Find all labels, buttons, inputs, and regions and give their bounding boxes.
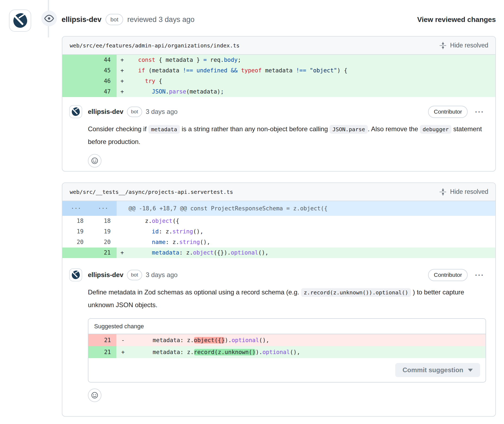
new-line-number: 19 [90,226,117,237]
code-token: body [224,57,238,63]
diff-line: 44+ const { metadata } = req.body; [62,55,495,65]
diff-marker [117,226,131,237]
file-path-link[interactable]: web/src/ee/features/admin-api/organizati… [70,42,240,49]
diff-line: 21+ metadata: z.object({}).optional(), [62,248,495,258]
kebab-menu-icon[interactable]: ••• [475,273,484,277]
review-thread-card: web/src/ee/features/admin-api/organizati… [62,36,496,172]
code-token: try [145,78,155,84]
commit-suggestion-button[interactable]: Commit suggestion [395,363,480,377]
comment-header: ellipsis-dev bot 3 days ago Contributor … [88,105,484,118]
code-token: ({ [173,218,179,224]
code-token: (), [200,239,210,245]
new-line-number: 20 [90,237,117,248]
code-token: "object" [310,67,337,74]
avatar[interactable] [69,105,82,118]
text-run: Define metadata in Zod schemas as option… [88,288,301,296]
comment-main: ellipsis-dev bot 3 days ago Contributor … [88,105,484,168]
code-token: ). [256,349,262,355]
code-token: id [152,228,159,235]
avatar[interactable] [9,9,31,32]
code-text: metadata: z.object({}).optional(), [132,334,269,346]
code-token: string [179,239,200,245]
code-token: metadata [152,249,179,256]
comment-author[interactable]: ellipsis-dev [88,271,123,279]
hide-resolved-button[interactable]: Hide resolved [439,188,488,196]
eye-icon [44,14,54,23]
line-number: 21 [88,334,116,346]
code-token [131,78,145,84]
code-token: const [138,57,155,63]
code-cell: name: z.string(), [117,237,495,248]
avatar[interactable] [69,268,82,281]
old-line-number: ··· [62,201,90,216]
code-token [227,67,231,74]
code-token: name [152,239,166,245]
hide-resolved-button[interactable]: Hide resolved [439,41,488,50]
suggestion-diff: 21- metadata: z.object({}).optional(),21… [88,334,486,358]
code-token [238,67,241,74]
diff-line: 45+ if (metadata !== undefined && typeof… [62,65,495,76]
bot-badge: bot [127,270,142,280]
comment-timestamp[interactable]: 3 days ago [146,108,177,115]
code-token: { [155,78,162,84]
code-text: id: z.string(), [131,226,203,237]
code-token: z. [131,218,152,224]
caret-down-icon [468,369,473,372]
comment-timestamp[interactable]: 3 days ago [146,271,177,279]
code-token [131,57,138,63]
inline-code: metadata [148,125,180,134]
suggested-change-block: Suggested change 21- metadata: z.object(… [88,318,486,383]
new-line-number: ··· [90,201,117,216]
code-token: object [152,218,173,224]
code-token: ; [238,57,241,63]
add-reaction-button[interactable] [88,388,101,402]
code-token [131,228,152,235]
comment-header: ellipsis-dev bot 3 days ago Contributor … [88,268,484,281]
diff-line: 1919 id: z.string(), [62,226,495,237]
code-token: object({} [194,337,225,343]
code-cell: - metadata: z.object({}).optional(), [116,334,486,346]
hunk-header-text: @@ -18,6 +18,7 @@ const ProjectResponseS… [117,201,327,216]
review-author[interactable]: ellipsis-dev [62,15,101,24]
comment-author[interactable]: ellipsis-dev [88,108,123,115]
code-token: && [231,67,238,74]
code-token: typeof [241,67,262,74]
code-token [306,67,310,74]
diff-line: 2020 name: z.string(), [62,237,495,248]
ellipsis-logo-icon [71,270,81,280]
code-token: object [193,249,214,256]
text-run: is a string rather than any non-object b… [180,125,330,133]
file-header: web/src/ee/features/admin-api/organizati… [62,37,495,55]
new-line-number: 21 [90,248,117,258]
hide-resolved-label: Hide resolved [450,188,488,195]
code-cell: + try { [117,76,495,86]
add-reaction-button[interactable] [88,154,101,168]
code-token: record(z.unknown() [194,349,256,355]
diff-marker [117,237,131,248]
code-token [193,67,197,74]
old-line-number [62,86,90,97]
diff-table: 44+ const { metadata } = req.body;45+ if… [62,55,495,97]
ellipsis-logo-icon [12,12,28,29]
diff-marker [117,216,131,226]
code-token [131,239,152,245]
code-text: try { [131,76,162,86]
new-line-number: 46 [90,76,117,86]
inline-code: debugger [420,125,451,134]
hunk-line: ······@@ -18,6 +18,7 @@ const ProjectRes… [62,201,495,216]
code-token: metadata [262,67,296,74]
contributor-badge: Contributor [428,106,468,118]
smiley-icon [91,157,98,165]
review-event-header: ellipsis-dev bot reviewed 3 days ago Vie… [62,12,496,27]
kebab-menu-icon[interactable]: ••• [475,110,484,114]
code-text: name: z.string(), [131,237,210,248]
code-cell: z.object({ [117,216,495,226]
view-reviewed-changes-link[interactable]: View reviewed changes [417,15,496,24]
code-token: ({}). [213,249,231,256]
bot-badge: bot [127,107,142,117]
code-token: (), [258,249,269,256]
code-token: = [203,57,207,63]
file-path-link[interactable]: web/src/__tests__/async/projects-api.ser… [70,189,233,195]
code-token [131,88,152,95]
code-token: : z. [159,228,173,235]
